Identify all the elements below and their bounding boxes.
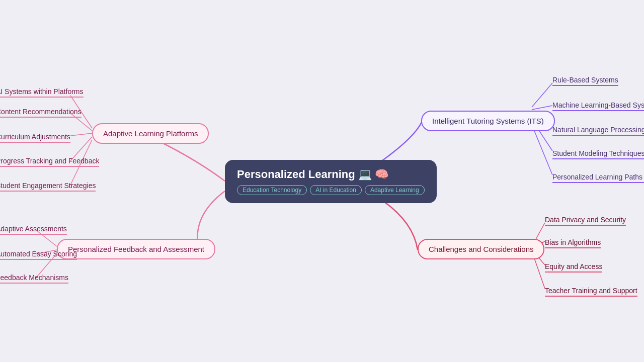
laptop-emoji: 💻	[358, 168, 372, 181]
adaptive-branch[interactable]: Adaptive Learning Platforms	[92, 123, 209, 144]
feedback-leaf-2-text: Feedback Mechanisms	[0, 274, 68, 282]
feedback-branch[interactable]: Personalized Feedback and Assessment	[57, 239, 215, 259]
its-leaf-0: Rule-Based Systems	[552, 74, 618, 86]
challenges-leaf-3: Teacher Training and Support	[545, 285, 637, 297]
challenges-leaf-0: Data Privacy and Security	[545, 214, 626, 226]
svg-line-16	[533, 255, 545, 289]
central-tags: Education Technology AI in Education Ada…	[237, 185, 425, 195]
adaptive-leaf-4-text: Student Engagement Strategies	[0, 182, 96, 190]
challenges-branch-label: Challenges and Considerations	[429, 245, 533, 253]
central-title-text: Personalized Learning	[237, 168, 355, 181]
its-leaf-0-text: Rule-Based Systems	[552, 76, 618, 84]
adaptive-leaf-3-text: Progress Tracking and Feedback	[0, 157, 99, 165]
challenges-leaf-0-text: Data Privacy and Security	[545, 216, 626, 224]
feedback-leaf-2: Feedback Mechanisms	[0, 272, 68, 284]
feedback-leaf-0-text: Adaptive Assessments	[0, 225, 67, 233]
adaptive-leaf-0-text: AI Systems within Platforms	[0, 87, 84, 96]
its-leaf-4: Personalized Learning Paths and	[552, 171, 644, 183]
challenges-leaf-2: Equity and Access	[545, 260, 602, 273]
central-node: Personalized Learning 💻 🧠 Education Tech…	[225, 160, 437, 203]
adaptive-leaf-1-text: Content Recommendations	[0, 108, 82, 116]
adaptive-leaf-4: Student Engagement Strategies	[0, 179, 96, 192]
its-leaf-1-text: Machine Learning-Based Systems	[552, 101, 644, 109]
tag-ai-education[interactable]: AI in Education	[310, 185, 362, 195]
its-leaf-1: Machine Learning-Based Systems	[552, 99, 644, 111]
adaptive-leaf-0: AI Systems within Platforms	[0, 85, 84, 98]
svg-line-7	[70, 133, 92, 136]
its-branch[interactable]: Intelligent Tutoring Systems (ITS)	[421, 111, 555, 131]
brain-emoji: 🧠	[375, 168, 388, 181]
its-leaf-2: Natural Language Processing (NLP)	[552, 124, 644, 136]
svg-line-1	[532, 106, 552, 110]
its-leaf-4-text: Personalized Learning Paths and	[552, 173, 644, 181]
feedback-leaf-0: Adaptive Assessments	[0, 223, 67, 235]
adaptive-branch-label: Adaptive Learning Platforms	[103, 129, 198, 138]
central-title: Personalized Learning 💻 🧠	[237, 168, 425, 181]
tag-education-tech[interactable]: Education Technology	[237, 185, 307, 195]
feedback-leaf-1: Automated Essay Scoring	[0, 248, 77, 260]
challenges-leaf-1-text: Bias in Algorithms	[545, 238, 601, 246]
challenges-leaf-1: Bias in Algorithms	[545, 236, 601, 248]
adaptive-leaf-3: Progress Tracking and Feedback	[0, 155, 99, 167]
adaptive-leaf-2-text: Curriculum Adjustments	[0, 133, 70, 141]
feedback-leaf-1-text: Automated Essay Scoring	[0, 250, 77, 258]
feedback-branch-label: Personalized Feedback and Assessment	[68, 245, 204, 253]
svg-line-4	[532, 125, 552, 175]
svg-line-0	[532, 83, 552, 107]
adaptive-leaf-2: Curriculum Adjustments	[0, 131, 70, 143]
adaptive-leaf-1: Content Recommendations	[0, 106, 82, 118]
its-leaf-3-text: Student Modeling Techniques	[552, 149, 644, 157]
challenges-branch[interactable]: Challenges and Considerations	[418, 239, 544, 259]
its-branch-label: Intelligent Tutoring Systems (ITS)	[432, 117, 544, 125]
challenges-leaf-2-text: Equity and Access	[545, 262, 602, 270]
its-leaf-3: Student Modeling Techniques	[552, 147, 644, 159]
tag-adaptive[interactable]: Adaptive Learning	[365, 185, 425, 195]
its-leaf-2-text: Natural Language Processing (NLP)	[552, 126, 644, 134]
challenges-leaf-3-text: Teacher Training and Support	[545, 287, 637, 295]
